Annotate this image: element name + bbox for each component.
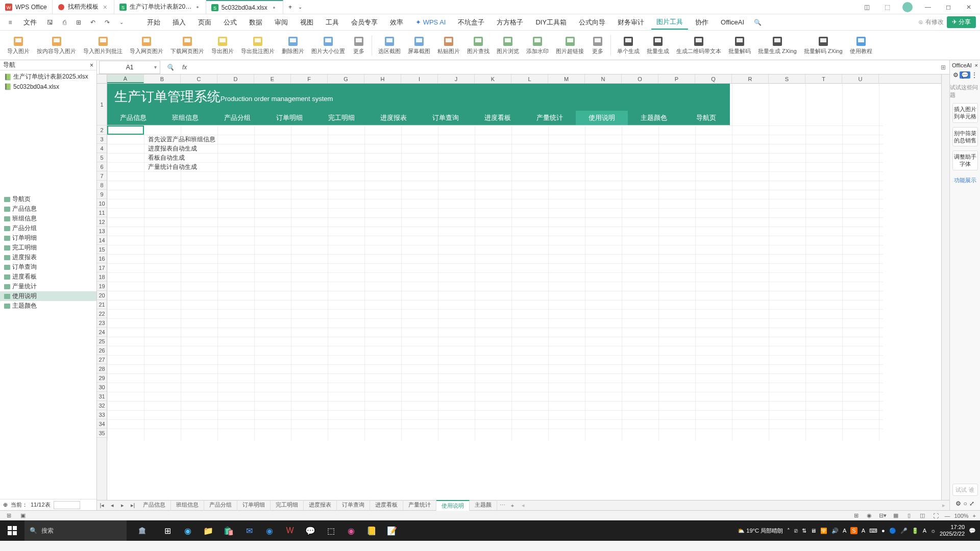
menu-view[interactable]: 视图 bbox=[295, 16, 318, 29]
menu-picture-tools[interactable]: 图片工具 bbox=[651, 15, 688, 30]
banner-nav-item[interactable]: 班组信息 bbox=[159, 111, 211, 125]
row-header[interactable]: 32 bbox=[97, 401, 107, 410]
store-icon[interactable]: 🛍️ bbox=[218, 520, 239, 541]
chevron-down-icon[interactable]: ⌄ bbox=[115, 16, 128, 29]
sheet-tab[interactable]: 使用说明 bbox=[436, 500, 470, 511]
row-header[interactable]: 10 bbox=[97, 199, 107, 208]
menu-formula2[interactable]: 公式向导 bbox=[574, 16, 610, 29]
cell-b2[interactable]: 首先设置产品和班组信息 bbox=[146, 135, 215, 144]
col-header[interactable]: L bbox=[511, 74, 548, 83]
row-header[interactable]: 35 bbox=[97, 429, 107, 438]
row-header[interactable]: 25 bbox=[97, 337, 107, 346]
doc-tab-2[interactable]: S 5c032bd0a4.xlsx • bbox=[206, 0, 283, 14]
sheet-tab[interactable]: 产品分组 bbox=[204, 500, 237, 511]
cells[interactable]: 生产订单管理系统 Production order management sys… bbox=[107, 84, 941, 441]
row-header[interactable]: 2 bbox=[97, 126, 107, 135]
row-header[interactable]: 13 bbox=[97, 227, 107, 236]
row-header[interactable]: 12 bbox=[97, 217, 107, 227]
row-header[interactable]: 5 bbox=[97, 153, 107, 162]
tray-icon[interactable]: ● bbox=[881, 528, 885, 534]
col-header[interactable]: D bbox=[217, 74, 254, 83]
menu-ffgz[interactable]: 方方格子 bbox=[492, 16, 528, 29]
send-icon[interactable]: ○ bbox=[963, 500, 967, 507]
print-icon[interactable]: ⎙ bbox=[58, 16, 70, 29]
layout-icon[interactable]: ⊟▾ bbox=[878, 512, 887, 520]
row-header[interactable]: 6 bbox=[97, 162, 107, 171]
nav-sheet-item[interactable]: 主题颜色 bbox=[0, 301, 96, 311]
last-sheet-icon[interactable]: ▸| bbox=[128, 502, 138, 509]
expand-icon[interactable]: ⊞ bbox=[937, 64, 949, 71]
chat-icon[interactable]: 💬 bbox=[960, 71, 970, 79]
sogou-icon[interactable]: S bbox=[850, 527, 857, 534]
name-box[interactable]: A1 bbox=[99, 61, 160, 74]
sheet-tab[interactable]: 班组信息 bbox=[171, 500, 204, 511]
col-header[interactable]: U bbox=[842, 74, 879, 83]
menu-tools[interactable]: 工具 bbox=[321, 16, 344, 29]
nav-sheet-item[interactable]: 进度看板 bbox=[0, 272, 96, 282]
grid-icon[interactable]: ▦ bbox=[891, 512, 900, 520]
taskbar-clock[interactable]: 17:202025/2/22 bbox=[940, 524, 965, 537]
ime-icon[interactable]: ⌨ bbox=[869, 528, 877, 534]
row-header[interactable]: 4 bbox=[97, 144, 107, 153]
ribbon-选区截图[interactable]: 选区截图 bbox=[375, 34, 404, 56]
ribbon-粘贴图片[interactable]: 粘贴图片 bbox=[434, 34, 463, 56]
nav-sheet-item[interactable]: 产量统计 bbox=[0, 282, 96, 291]
ribbon-生成二维码带文本[interactable]: 生成二维码带文本 bbox=[673, 34, 724, 56]
row-header[interactable]: 15 bbox=[97, 245, 107, 254]
ribbon-下载网页图片[interactable]: 下载网页图片 bbox=[167, 34, 207, 56]
ribbon-单个生成[interactable]: 单个生成 bbox=[614, 34, 643, 56]
dot-icon[interactable]: • bbox=[194, 4, 201, 11]
nav-file[interactable]: 📗5c032bd0a4.xlsx bbox=[0, 82, 96, 91]
nav-search-input[interactable] bbox=[54, 501, 80, 509]
row-header[interactable]: 21 bbox=[97, 300, 107, 309]
tray-icon[interactable]: 🖥 bbox=[811, 528, 816, 534]
zoom-in-button[interactable]: + bbox=[973, 513, 976, 519]
row-header[interactable]: 24 bbox=[97, 328, 107, 337]
close-icon[interactable]: × bbox=[975, 62, 978, 68]
row-header[interactable]: 22 bbox=[97, 309, 107, 318]
row-header[interactable]: 1 bbox=[97, 84, 107, 126]
task-view-icon[interactable]: ⊞ bbox=[157, 520, 178, 541]
nav-sheet-item[interactable]: 班组信息 bbox=[0, 214, 96, 223]
chevron-down-icon[interactable]: ⌄ bbox=[298, 4, 302, 10]
banner-nav-item[interactable]: 订单查询 bbox=[420, 111, 472, 125]
nav-sheet-item[interactable]: 导航页 bbox=[0, 194, 96, 204]
col-header[interactable]: P bbox=[658, 74, 695, 83]
view-icon[interactable]: ⊞ bbox=[851, 512, 861, 520]
select-all-corner[interactable] bbox=[97, 74, 107, 84]
app-icon[interactable]: ◉ bbox=[259, 520, 280, 541]
sheet-tab[interactable]: 进度报表 bbox=[304, 500, 337, 511]
tray-icon[interactable]: 🔵 bbox=[889, 528, 896, 534]
menu-finance[interactable]: 财务审计 bbox=[612, 16, 649, 29]
tray-icon[interactable]: A bbox=[923, 528, 926, 534]
ribbon-导入网页图片[interactable]: 导入网页图片 bbox=[127, 34, 166, 56]
ribbon-批量生成[interactable]: 批量生成 bbox=[644, 34, 672, 56]
expand-icon[interactable]: ⤢ bbox=[969, 500, 974, 507]
dot-icon[interactable]: • bbox=[271, 4, 278, 11]
ribbon-更多[interactable]: 更多 bbox=[588, 34, 607, 56]
grid[interactable]: 1234567891011121314151617181920212223242… bbox=[97, 74, 949, 500]
more-tabs-icon[interactable]: ⋯ bbox=[497, 502, 507, 509]
row-header[interactable]: 3 bbox=[97, 135, 107, 144]
ribbon-导出批注图片[interactable]: 导出批注图片 bbox=[238, 34, 278, 56]
copy-icon[interactable]: ◫ bbox=[860, 2, 874, 12]
nav-file[interactable]: 📗生产订单统计表新2025.xlsx bbox=[0, 71, 96, 82]
menu-officeai[interactable]: OfficeAI bbox=[716, 16, 749, 28]
cube-icon[interactable]: ⬚ bbox=[880, 2, 894, 12]
menu-wpsai[interactable]: ✦ WPS AI bbox=[410, 16, 451, 28]
app-icon[interactable]: 📝 bbox=[382, 520, 402, 541]
new-tab-button[interactable]: +⌄ bbox=[283, 0, 307, 14]
cell-b3[interactable]: 进度报表自动生成 bbox=[146, 144, 197, 153]
cell-b4[interactable]: 看板自动生成 bbox=[146, 153, 185, 162]
rp-btn-0[interactable]: 插入图片到单元格 bbox=[952, 103, 978, 123]
eye-icon[interactable]: ◉ bbox=[865, 512, 874, 520]
row-header[interactable]: 29 bbox=[97, 373, 107, 383]
ribbon-按内容导入图片[interactable]: 按内容导入图片 bbox=[34, 34, 79, 56]
vscrollbar[interactable] bbox=[941, 74, 949, 500]
col-header[interactable]: R bbox=[732, 74, 769, 83]
nav-sheet-item[interactable]: 订单明细 bbox=[0, 233, 96, 243]
row-header[interactable]: 19 bbox=[97, 282, 107, 291]
app-icon[interactable]: 📒 bbox=[361, 520, 382, 541]
preview-icon[interactable]: ⊞ bbox=[72, 16, 85, 29]
next-sheet-icon[interactable]: ▸ bbox=[117, 502, 128, 509]
